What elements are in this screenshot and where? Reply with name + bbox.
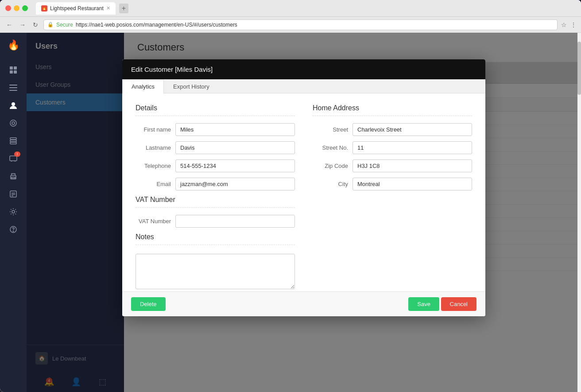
save-button[interactable]: Save [408, 297, 439, 311]
vat-number-label: VAT Number [136, 218, 171, 225]
vat-section: VAT Number VAT Number [136, 196, 295, 228]
svg-rect-0 [10, 66, 13, 70]
minimize-window-button[interactable] [14, 5, 19, 11]
forward-button[interactable]: → [18, 20, 27, 29]
street-no-label: Street No. [313, 144, 348, 151]
sidebar-icon-layers[interactable] [4, 133, 22, 149]
edit-customer-modal: Edit Customer [Miles Davis] Analytics Ex… [122, 59, 485, 316]
flame-icon: 🔥 [8, 39, 19, 51]
svg-rect-11 [10, 140, 16, 142]
svg-rect-2 [10, 70, 13, 74]
svg-rect-10 [10, 138, 16, 140]
last-name-input[interactable] [175, 141, 295, 154]
modal-header: Edit Customer [Miles Davis] [122, 59, 485, 79]
last-name-group: Lastname [136, 141, 295, 154]
tab-export-history[interactable]: Export History [164, 79, 219, 93]
city-group: City [313, 178, 472, 190]
svg-rect-12 [10, 142, 16, 144]
zip-group: Zip Code [313, 159, 472, 172]
email-input[interactable] [175, 178, 295, 190]
svg-point-9 [12, 122, 15, 124]
secure-label: Secure [56, 22, 73, 28]
first-name-label: First name [136, 126, 171, 133]
vat-number-input[interactable] [175, 215, 295, 228]
back-button[interactable]: ← [4, 20, 14, 29]
refresh-button[interactable]: ↻ [31, 20, 40, 29]
street-label: Street [313, 126, 348, 133]
svg-rect-1 [14, 66, 17, 70]
traffic-lights [5, 5, 28, 11]
browser-toolbar-icons: ☆ ⋮ [561, 21, 577, 28]
tab-analytics[interactable]: Analytics [122, 79, 164, 93]
vat-section-title: VAT Number [136, 196, 295, 208]
svg-point-8 [10, 120, 16, 126]
telephone-input[interactable] [175, 159, 295, 172]
delete-button[interactable]: Delete [131, 297, 166, 311]
svg-point-22 [12, 210, 15, 213]
svg-rect-6 [9, 90, 17, 91]
maximize-window-button[interactable] [22, 5, 28, 11]
svg-rect-4 [9, 85, 17, 85]
modal-footer: Delete Save Cancel [122, 291, 485, 316]
street-no-input[interactable] [352, 141, 472, 154]
first-name-input[interactable] [175, 123, 295, 136]
modal-overlay: Edit Customer [Miles Davis] Analytics Ex… [27, 33, 581, 392]
sidebar-icon-dashboard[interactable] [4, 62, 22, 78]
city-label: City [313, 181, 348, 187]
sidebar-icon-help[interactable] [4, 221, 22, 237]
notes-section: Notes [136, 233, 295, 291]
star-icon[interactable]: ☆ [561, 21, 567, 28]
modal-body: Details First name Lastname Telephone Em… [122, 93, 485, 291]
telephone-label: Telephone [136, 163, 171, 169]
telephone-group: Telephone [136, 159, 295, 172]
zip-input[interactable] [352, 159, 472, 172]
street-no-group: Street No. [313, 141, 472, 154]
svg-rect-18 [10, 191, 16, 197]
first-name-group: First name [136, 123, 295, 136]
browser-toolbar: ← → ↻ 🔒 Secure https://nae1-web.posios.c… [0, 17, 581, 33]
city-input[interactable] [352, 178, 472, 190]
sidebar-icon-rail: 🔥 ! [0, 33, 27, 392]
modal-left-column: Details First name Lastname Telephone Em… [136, 104, 295, 281]
zip-label: Zip Code [313, 163, 348, 169]
modal-title: Edit Customer [Miles Davis] [131, 66, 213, 73]
browser-titlebar: 🔥 Lightspeed Restaurant ✕ + [0, 0, 581, 17]
tab-favicon: 🔥 [41, 5, 47, 12]
email-group: Email [136, 178, 295, 190]
svg-point-7 [12, 102, 15, 106]
vat-number-group: VAT Number [136, 215, 295, 228]
last-name-label: Lastname [136, 144, 171, 151]
sidebar-icon-menu[interactable] [4, 80, 22, 96]
lock-icon: 🔒 [47, 22, 54, 27]
sidebar-icon-users[interactable] [4, 97, 22, 113]
tab-title: Lightspeed Restaurant [50, 5, 104, 12]
sidebar-icon-devices[interactable]: ! [4, 151, 22, 167]
tab-close-button[interactable]: ✕ [106, 5, 110, 11]
cancel-button[interactable]: Cancel [441, 297, 476, 311]
browser-tab[interactable]: 🔥 Lightspeed Restaurant ✕ [36, 2, 116, 15]
svg-point-24 [13, 231, 13, 231]
street-group: Street [313, 123, 472, 136]
street-input[interactable] [352, 123, 472, 136]
app-logo: 🔥 [5, 37, 21, 53]
new-tab-button[interactable]: + [119, 4, 128, 13]
svg-rect-17 [12, 177, 15, 179]
sidebar-icon-orders[interactable] [4, 115, 22, 131]
svg-rect-3 [14, 70, 17, 74]
address-bar[interactable]: 🔒 Secure https://nae1-web.posios.com/man… [43, 19, 558, 30]
notes-textarea[interactable] [136, 254, 295, 289]
modal-tabs: Analytics Export History [122, 79, 485, 93]
devices-badge: ! [14, 151, 20, 157]
details-section-title: Details [136, 104, 295, 116]
close-window-button[interactable] [5, 5, 11, 11]
url-text: https://nae1-web.posios.com/management/e… [76, 22, 237, 28]
modal-footer-actions: Save Cancel [405, 297, 476, 311]
sidebar-icon-settings[interactable] [4, 204, 22, 220]
menu-icon[interactable]: ⋮ [570, 21, 577, 28]
notes-section-title: Notes [136, 233, 295, 245]
sidebar-icon-print[interactable] [4, 168, 22, 184]
email-label: Email [136, 181, 171, 187]
sidebar-icon-reports[interactable] [4, 186, 22, 202]
home-address-section-title: Home Address [313, 104, 472, 116]
svg-rect-5 [9, 87, 17, 88]
